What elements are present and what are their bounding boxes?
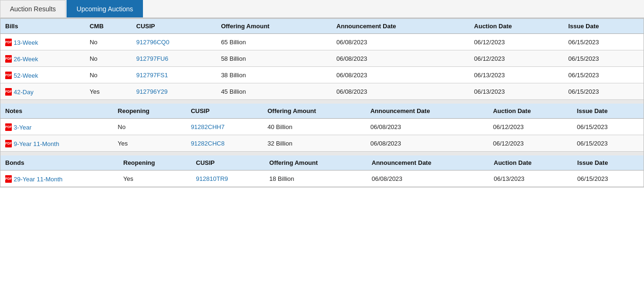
- bonds-col4-header: Offering Amount: [265, 155, 367, 170]
- bonds-section: Bonds Reopening CUSIP Offering Amount An…: [0, 155, 644, 187]
- bonds-col7-header: Issue Date: [573, 155, 644, 170]
- bills-table: Bills CMB CUSIP Offering Amount Announce…: [0, 19, 644, 100]
- row-name-cell: PDF26-Week: [0, 50, 85, 67]
- cusip-link[interactable]: 912796Y29: [136, 88, 168, 95]
- row-auction-cell: 06/13/2023: [469, 83, 564, 100]
- row-issue-cell: 06/15/2023: [572, 135, 644, 152]
- row-name-cell: PDF52-Week: [0, 67, 85, 83]
- row-issue-cell: 06/15/2023: [573, 170, 644, 187]
- row-announce-cell: 06/08/2023: [366, 119, 488, 135]
- bills-section: Bills CMB CUSIP Offering Amount Announce…: [0, 19, 644, 100]
- bonds-col6-header: Auction Date: [489, 155, 573, 170]
- pdf-icon: PDF: [5, 123, 12, 131]
- row-offering-cell: 58 Billion: [216, 50, 332, 67]
- row-col2-cell: No: [85, 34, 132, 50]
- cusip-link[interactable]: 912810TR9: [196, 175, 228, 182]
- pdf-icon: PDF: [5, 39, 12, 46]
- bills-col6-header: Auction Date: [469, 19, 564, 34]
- tab-upcoming-auctions[interactable]: Upcoming Auctions: [67, 0, 143, 17]
- main-content: Bills CMB CUSIP Offering Amount Announce…: [0, 18, 644, 187]
- table-row: PDF26-WeekNo912797FU658 Billion06/08/202…: [0, 50, 644, 67]
- pdf-icon: PDF: [5, 175, 12, 183]
- row-name-link[interactable]: PDF3-Year: [5, 123, 32, 131]
- row-auction-cell: 06/13/2023: [469, 67, 564, 83]
- notes-header-row: Notes Reopening CUSIP Offering Amount An…: [0, 104, 644, 119]
- row-col2-cell: No: [85, 50, 132, 67]
- notes-col6-header: Auction Date: [488, 104, 572, 119]
- bills-notes-separator: [0, 100, 644, 104]
- bonds-table: Bonds Reopening CUSIP Offering Amount An…: [0, 155, 644, 187]
- row-col2-cell: No: [113, 119, 186, 135]
- notes-col5-header: Announcement Date: [366, 104, 488, 119]
- cusip-link[interactable]: 912796CQ0: [136, 39, 169, 46]
- table-row: PDF42-DayYes912796Y2945 Billion06/08/202…: [0, 83, 644, 100]
- table-row: PDF13-WeekNo912796CQ065 Billion06/08/202…: [0, 34, 644, 50]
- notes-section: Notes Reopening CUSIP Offering Amount An…: [0, 104, 644, 152]
- notes-col7-header: Issue Date: [572, 104, 644, 119]
- row-name-cell: PDF3-Year: [0, 119, 113, 135]
- row-announce-cell: 06/08/2023: [366, 135, 488, 152]
- row-auction-cell: 06/12/2023: [488, 119, 572, 135]
- bills-col7-header: Issue Date: [563, 19, 644, 34]
- cusip-link[interactable]: 912797FU6: [136, 55, 168, 62]
- notes-col4-header: Offering Amount: [263, 104, 366, 119]
- cusip-link[interactable]: 91282CHH7: [191, 123, 225, 130]
- row-name-link[interactable]: PDF52-Week: [5, 72, 38, 79]
- row-name-link[interactable]: PDF29-Year 11-Month: [5, 175, 63, 183]
- row-col2-cell: No: [85, 67, 132, 83]
- row-offering-cell: 32 Billion: [263, 135, 366, 152]
- row-announce-cell: 06/08/2023: [367, 170, 489, 187]
- bonds-col1-header: Bonds: [0, 155, 118, 170]
- row-announce-cell: 06/08/2023: [332, 67, 469, 83]
- row-name-link[interactable]: PDF42-Day: [5, 88, 33, 96]
- row-issue-cell: 06/15/2023: [563, 67, 644, 83]
- row-issue-cell: 06/15/2023: [563, 34, 644, 50]
- row-cusip-cell: 912797FS1: [132, 67, 217, 83]
- row-announce-cell: 06/08/2023: [332, 34, 469, 50]
- bills-header-row: Bills CMB CUSIP Offering Amount Announce…: [0, 19, 644, 34]
- bills-col5-header: Announcement Date: [332, 19, 469, 34]
- pdf-icon: PDF: [5, 55, 12, 63]
- bonds-col3-header: CUSIP: [191, 155, 264, 170]
- row-name-cell: PDF42-Day: [0, 83, 85, 100]
- cusip-link[interactable]: 91282CHC8: [191, 140, 225, 147]
- bills-col3-header: CUSIP: [132, 19, 217, 34]
- bills-col2-header: CMB: [85, 19, 132, 34]
- row-auction-cell: 06/12/2023: [469, 34, 564, 50]
- table-row: PDF29-Year 11-MonthYes912810TR918 Billio…: [0, 170, 644, 187]
- tab-auction-results[interactable]: Auction Results: [0, 0, 66, 17]
- row-cusip-cell: 912796CQ0: [132, 34, 217, 50]
- pdf-icon: PDF: [5, 72, 12, 79]
- tab-bar: Auction Results Upcoming Auctions: [0, 0, 644, 18]
- row-auction-cell: 06/12/2023: [488, 135, 572, 152]
- cusip-link[interactable]: 912797FS1: [136, 72, 168, 79]
- bonds-header-row: Bonds Reopening CUSIP Offering Amount An…: [0, 155, 644, 170]
- row-announce-cell: 06/08/2023: [332, 50, 469, 67]
- row-col2-cell: Yes: [85, 83, 132, 100]
- row-auction-cell: 06/13/2023: [489, 170, 573, 187]
- notes-table: Notes Reopening CUSIP Offering Amount An…: [0, 104, 644, 152]
- row-col2-cell: Yes: [118, 170, 191, 187]
- row-col2-cell: Yes: [113, 135, 186, 152]
- row-offering-cell: 40 Billion: [263, 119, 366, 135]
- row-name-cell: PDF9-Year 11-Month: [0, 135, 113, 152]
- row-cusip-cell: 912797FU6: [132, 50, 217, 67]
- bills-col1-header: Bills: [0, 19, 85, 34]
- pdf-icon: PDF: [5, 88, 12, 96]
- notes-col1-header: Notes: [0, 104, 113, 119]
- table-row: PDF3-YearNo91282CHH740 Billion06/08/2023…: [0, 119, 644, 135]
- table-row: PDF9-Year 11-MonthYes91282CHC832 Billion…: [0, 135, 644, 152]
- row-issue-cell: 06/15/2023: [572, 119, 644, 135]
- row-cusip-cell: 91282CHC8: [186, 135, 263, 152]
- row-offering-cell: 45 Billion: [216, 83, 332, 100]
- row-offering-cell: 65 Billion: [216, 34, 332, 50]
- row-name-link[interactable]: PDF9-Year 11-Month: [5, 140, 59, 147]
- row-cusip-cell: 91282CHH7: [186, 119, 263, 135]
- row-cusip-cell: 912796Y29: [132, 83, 217, 100]
- row-auction-cell: 06/12/2023: [469, 50, 564, 67]
- row-name-link[interactable]: PDF26-Week: [5, 55, 38, 63]
- row-cusip-cell: 912810TR9: [191, 170, 264, 187]
- bills-col4-header: Offering Amount: [216, 19, 332, 34]
- row-name-link[interactable]: PDF13-Week: [5, 39, 38, 46]
- row-name-cell: PDF13-Week: [0, 34, 85, 50]
